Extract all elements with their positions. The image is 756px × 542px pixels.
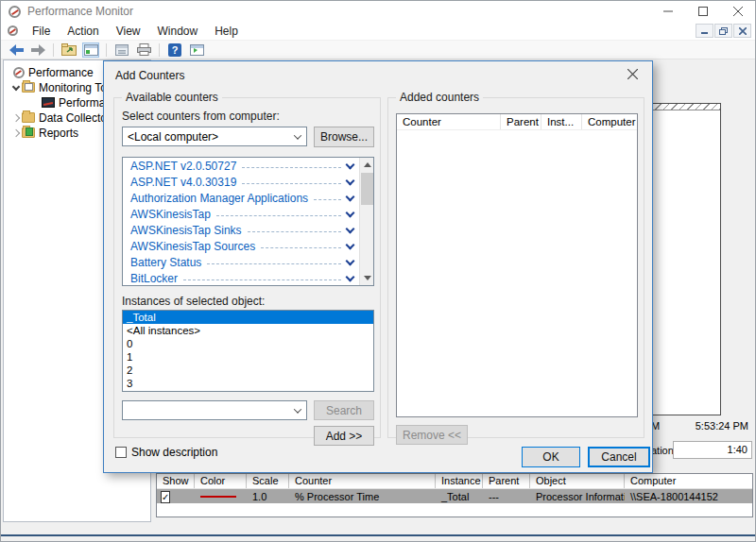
instance-item[interactable]: <All instances> xyxy=(123,324,373,337)
instance-item[interactable]: 3 xyxy=(123,377,373,390)
counter-item[interactable]: Battery Status xyxy=(123,254,359,270)
legend-col-counter[interactable]: Counter xyxy=(289,474,436,488)
chevron-down-icon[interactable] xyxy=(289,408,306,414)
title-bar: Performance Monitor xyxy=(1,1,755,22)
tree-item-reports[interactable]: Reports xyxy=(13,126,78,140)
counter-list-scrollbar[interactable] xyxy=(359,158,373,285)
minimize-icon[interactable] xyxy=(650,1,685,22)
show-description-label: Show description xyxy=(131,446,217,459)
legend-col-instance[interactable]: Instance xyxy=(436,474,483,488)
instance-item[interactable]: 0 xyxy=(123,337,373,350)
chevron-down-icon[interactable] xyxy=(289,134,306,140)
show-checkbox[interactable] xyxy=(161,491,170,503)
menu-view[interactable]: View xyxy=(108,23,149,40)
legend-col-color[interactable]: Color xyxy=(195,474,247,488)
performance-monitor-icon xyxy=(42,97,55,108)
expand-counter-icon[interactable] xyxy=(346,208,355,217)
close-icon[interactable] xyxy=(720,1,755,22)
menu-window[interactable]: Window xyxy=(149,23,207,40)
menu-action[interactable]: Action xyxy=(59,23,107,40)
added-table-header: Counter Parent Inst... Computer xyxy=(397,114,637,130)
expand-counter-icon[interactable] xyxy=(346,160,355,169)
dialog-close-icon[interactable] xyxy=(627,69,641,82)
scroll-up-icon[interactable] xyxy=(360,158,374,172)
monitoring-tools-icon xyxy=(22,82,35,93)
added-col-counter[interactable]: Counter xyxy=(397,114,501,129)
counter-item[interactable]: BitLocker xyxy=(123,270,359,286)
search-button[interactable]: Search xyxy=(314,400,374,420)
scroll-down-icon[interactable] xyxy=(360,271,374,285)
forward-icon[interactable] xyxy=(29,42,46,58)
window-bottom-border xyxy=(1,534,755,536)
maximize-icon[interactable] xyxy=(685,1,720,22)
export-icon[interactable] xyxy=(60,42,77,58)
counter-item[interactable]: ASP.NET v4.0.30319 xyxy=(123,174,359,190)
chevron-collapsed-icon[interactable] xyxy=(12,128,20,136)
counter-item[interactable]: AWSKinesisTap Sinks xyxy=(123,222,359,238)
chevron-expanded-icon[interactable] xyxy=(12,82,20,90)
back-icon[interactable] xyxy=(8,42,25,58)
added-col-parent[interactable]: Parent xyxy=(501,114,541,129)
expand-counter-icon[interactable] xyxy=(346,176,355,185)
legend-col-show[interactable]: Show xyxy=(157,474,195,488)
instance-item[interactable]: 2 xyxy=(123,364,373,377)
counter-item[interactable]: AWSKinesisTap xyxy=(123,206,359,222)
legend-col-object[interactable]: Object xyxy=(530,474,625,488)
ok-button[interactable]: OK xyxy=(522,447,580,467)
available-counters-group: Available counters Select counters from … xyxy=(113,97,381,438)
counter-legend-table: Show Color Scale Counter Instance Parent… xyxy=(156,473,753,517)
cancel-button[interactable]: Cancel xyxy=(588,447,650,467)
counter-color-line xyxy=(200,496,236,498)
show-description-checkbox[interactable] xyxy=(115,447,127,458)
added-col-instance[interactable]: Inst... xyxy=(541,114,582,129)
legend-object-value: Processor Information xyxy=(530,491,625,502)
select-computer-label: Select counters from computer: xyxy=(122,110,280,123)
legend-counter-row[interactable]: 1.0 % Processor Time _Total --- Processo… xyxy=(157,489,752,503)
instance-search-combobox[interactable] xyxy=(122,400,307,420)
properties-icon[interactable] xyxy=(113,42,130,58)
legend-col-computer[interactable]: Computer xyxy=(625,474,752,488)
expand-counter-icon[interactable] xyxy=(346,240,355,249)
add-counters-dialog: Add Counters Available counters Select c… xyxy=(103,60,653,473)
show-console-tree-icon[interactable] xyxy=(82,42,99,58)
print-icon[interactable] xyxy=(135,42,152,58)
expand-counter-icon[interactable] xyxy=(346,256,355,265)
help-icon[interactable]: ? xyxy=(166,42,183,58)
expand-counter-icon[interactable] xyxy=(346,272,355,281)
menu-file[interactable]: File xyxy=(24,23,59,40)
window-title: Performance Monitor xyxy=(27,5,133,18)
add-button[interactable]: Add >> xyxy=(314,426,374,446)
tree-item-performance[interactable]: Performance xyxy=(13,65,94,79)
toolbar: ? xyxy=(1,41,755,59)
counter-item[interactable]: Authorization Manager Applications xyxy=(123,190,359,206)
mdi-restore-icon[interactable] xyxy=(714,24,732,38)
new-window-icon[interactable] xyxy=(188,42,205,58)
scrollbar-thumb[interactable] xyxy=(361,173,373,205)
show-description-option[interactable]: Show description xyxy=(115,446,217,459)
remove-button[interactable]: Remove << xyxy=(396,425,468,445)
menu-help[interactable]: Help xyxy=(206,23,247,40)
browse-button[interactable]: Browse... xyxy=(314,127,374,147)
toolbar-separator xyxy=(106,43,107,57)
toolbar-separator xyxy=(53,43,54,57)
added-counters-table: Counter Parent Inst... Computer xyxy=(396,113,638,417)
legend-col-parent[interactable]: Parent xyxy=(483,474,530,488)
mdi-minimize-icon[interactable] xyxy=(696,24,713,38)
legend-col-scale[interactable]: Scale xyxy=(247,474,289,488)
app-window: Performance Monitor File Action View Win… xyxy=(0,0,756,542)
performance-icon xyxy=(13,67,25,78)
legend-instance-value: _Total xyxy=(436,491,483,502)
console-icon xyxy=(8,25,18,36)
expand-counter-icon[interactable] xyxy=(346,192,355,201)
graph-time-label-end: 5:53:24 PM xyxy=(696,420,748,432)
instance-item[interactable]: 1 xyxy=(123,350,373,364)
expand-counter-icon[interactable] xyxy=(346,224,355,233)
instance-item-selected[interactable]: _Total xyxy=(123,311,373,324)
added-col-computer[interactable]: Computer xyxy=(582,114,637,129)
mdi-close-icon[interactable] xyxy=(733,24,751,38)
counter-item[interactable]: ASP.NET v2.0.50727 xyxy=(123,158,359,174)
computer-combobox[interactable]: <Local computer> xyxy=(122,127,307,146)
chevron-collapsed-icon[interactable] xyxy=(12,113,20,121)
counter-item[interactable]: AWSKinesisTap Sources xyxy=(123,238,359,254)
app-icon xyxy=(9,6,21,18)
